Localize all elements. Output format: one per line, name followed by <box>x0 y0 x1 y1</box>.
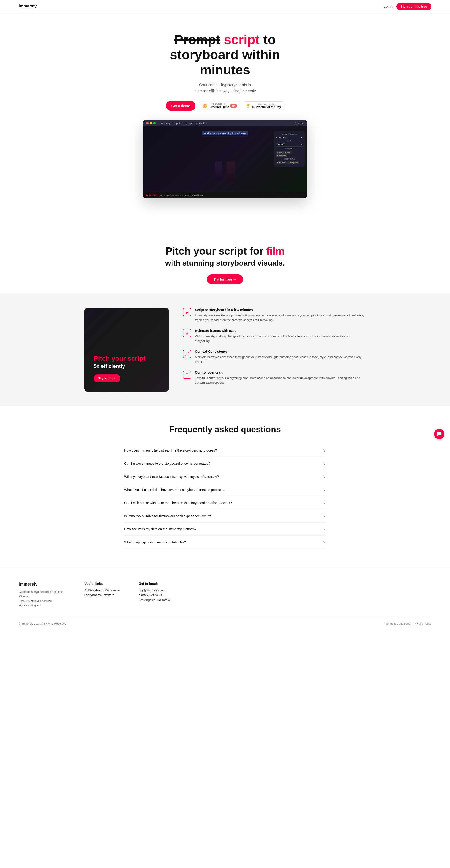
features-inner: Pitch your script 5x efficiently Try for… <box>84 308 366 392</box>
faq-question-6[interactable]: How secure is my data on the Immersfy pl… <box>124 523 326 535</box>
video-container: Immersfy: Script to storyboard in minute… <box>143 120 307 198</box>
video-sidebar: camera angle White angle▼ SIZE cinematic… <box>274 131 305 167</box>
features-card-content: Pitch your script 5x efficiently Try for… <box>94 317 159 382</box>
faq-item-1: Can I make changes to the storyboard onc… <box>124 457 326 470</box>
nav-logo[interactable]: immersfy <box>19 4 36 9</box>
features-card-line2: 5x efficiently <box>94 363 159 369</box>
chat-icon <box>437 431 442 437</box>
feature-icon-1: ⊞ <box>183 329 191 337</box>
ph-icon: 🐱 <box>202 103 207 108</box>
hero-title-highlight: script <box>224 32 260 47</box>
pod-value: #2 Product of the Day <box>252 105 281 109</box>
signup-button[interactable]: Sign up - It's free <box>396 3 431 10</box>
feature-icon-2: 📈 <box>183 350 191 358</box>
hero-buttons: Get a demo 🐱 FEATURED ON Product Hunt 48… <box>124 101 326 111</box>
feature-body-0: Immersfy analyzes the script, breaks it … <box>195 313 366 322</box>
demo-button[interactable]: Get a demo <box>166 101 196 111</box>
video-bottom: ▶ YouTube ect → Mask → write prompt → Up… <box>143 192 307 198</box>
feature-text-2: Context Consistency Maintain narrative c… <box>195 350 366 364</box>
video-title: Immersfy: Script to storyboard in minute… <box>160 122 207 125</box>
footer: immersfy Generate storyboard from Script… <box>0 567 450 632</box>
pitch-heading1: Pitch your script for film <box>5 245 445 257</box>
chat-bubble[interactable] <box>434 429 444 439</box>
faq-chevron-1: ∨ <box>323 461 326 466</box>
faq-question-5[interactable]: Is Immersfy suitable for filmmakers of a… <box>124 509 326 522</box>
footer-copyright: © Immersfy 2024. All Rights Reserved. <box>19 622 67 625</box>
terms-link[interactable]: Terms & Conditions <box>386 622 410 625</box>
feature-icon-3: ☰ <box>183 371 191 379</box>
faq-item-2: Will my storyboard maintain consistency … <box>124 470 326 483</box>
footer-bottom: © Immersfy 2024. All Rights Reserved. Te… <box>19 617 431 625</box>
faq-chevron-4: ∨ <box>323 500 326 505</box>
nav-login[interactable]: Log in <box>384 5 393 8</box>
faq-item-6: How secure is my data on the Immersfy pl… <box>124 523 326 536</box>
feature-icon-0: ▶ <box>183 308 191 316</box>
footer-email: hey@immersfy.com <box>139 588 170 592</box>
footer-link-0[interactable]: AI Storyboard Generator <box>84 588 120 592</box>
hero-title-strike: Prompt <box>174 32 220 47</box>
feature-body-1: With Immersfy, making changes to your st… <box>195 334 366 343</box>
feature-item-3: ☰ Control over craft Take full control o… <box>183 371 366 385</box>
ph-count: 486 <box>230 104 237 107</box>
feature-item-1: ⊞ Reiterate frames with ease With Immers… <box>183 329 366 343</box>
feature-title-3: Control over craft <box>195 371 366 374</box>
pod-label: PRODUCT HUNT <box>252 103 281 105</box>
faq-chevron-7: ∨ <box>323 540 326 544</box>
footer-bottom-links: Terms & Conditions Privacy Policy <box>386 622 431 625</box>
hero-subtitle: Craft compelling storyboards in the most… <box>124 82 326 94</box>
product-hunt-badge[interactable]: 🐱 FEATURED ON Product Hunt 486 <box>199 101 240 110</box>
privacy-link[interactable]: Privacy Policy <box>414 622 431 625</box>
faq-question-7[interactable]: What script types is Immersfy suitable f… <box>124 536 326 549</box>
dot-yellow <box>150 122 152 124</box>
faq-item-7: What script types is Immersfy suitable f… <box>124 536 326 549</box>
try-free-button[interactable]: Try for free <box>207 275 243 284</box>
feature-item-0: ▶ Script to storyboard in a few minutes … <box>183 308 366 322</box>
footer-location: Los Angeles, California <box>139 598 170 602</box>
video-share: ⤴ Share <box>295 122 304 125</box>
video-dots <box>146 122 156 124</box>
youtube-logo: ▶ YouTube <box>146 194 158 196</box>
footer-contact-title: Get in touch <box>139 582 170 586</box>
faq-question-2[interactable]: Will my storyboard maintain consistency … <box>124 470 326 483</box>
feature-title-1: Reiterate frames with ease <box>195 329 366 333</box>
ph-featured-label: FEATURED ON <box>209 103 229 105</box>
feature-text-0: Script to storyboard in a few minutes Im… <box>195 308 366 322</box>
feature-body-2: Maintain narrative coherence throughout … <box>195 355 366 364</box>
product-of-day-badge[interactable]: 🏆 PRODUCT HUNT #2 Product of the Day <box>243 101 284 110</box>
footer-logo: immersfy <box>19 582 37 587</box>
pod-info: PRODUCT HUNT #2 Product of the Day <box>252 103 281 109</box>
video-body[interactable]: Add or remove anything in the frame came… <box>143 126 307 192</box>
faq-item-0: How does Immersfy help streamline the st… <box>124 444 326 457</box>
faq-item-5: Is Immersfy suitable for filmmakers of a… <box>124 509 326 523</box>
faq-item-3: What level of control do I have over the… <box>124 483 326 496</box>
features-card: Pitch your script 5x efficiently Try for… <box>84 308 169 392</box>
footer-inner: immersfy Generate storyboard from Script… <box>19 582 431 608</box>
dot-red <box>146 122 149 124</box>
pitch-section: Pitch your script for film with stunning… <box>0 226 450 293</box>
faq-question-3[interactable]: What level of control do I have over the… <box>124 483 326 496</box>
feature-title-0: Script to storyboard in a few minutes <box>195 308 366 312</box>
hero-title: Prompt script tostoryboard withinminutes <box>124 32 326 77</box>
faq-list: How does Immersfy help streamline the st… <box>124 444 326 549</box>
feature-text-3: Control over craft Take full control of … <box>195 371 366 385</box>
video-caption: ect → Mask → write prompt → Updated fram… <box>160 194 204 196</box>
features-card-cta[interactable]: Try for free <box>94 374 120 382</box>
footer-link-1[interactable]: Storyboard Software <box>84 593 120 597</box>
hero-section: Prompt script tostoryboard withinminutes… <box>120 13 330 226</box>
video-bar: Immersfy: Script to storyboard in minute… <box>143 120 307 126</box>
video-overlay-text: Add or remove anything in the frame <box>202 131 248 135</box>
footer-phone: +1(650)703-0348 <box>139 593 170 596</box>
ph-name: Product Hunt <box>209 105 229 109</box>
faq-chevron-6: ∨ <box>323 527 326 531</box>
faq-question-4[interactable]: Can I collaborate with team members on t… <box>124 496 326 509</box>
ph-info: FEATURED ON Product Hunt <box>209 103 229 109</box>
pod-icon: 🏆 <box>246 104 250 107</box>
faq-question-1[interactable]: Can I make changes to the storyboard onc… <box>124 457 326 470</box>
footer-links-col: Useful links AI Storyboard Generator Sto… <box>84 582 120 608</box>
footer-links-title: Useful links <box>84 582 120 586</box>
faq-chevron-3: ∨ <box>323 487 326 492</box>
faq-section: Frequently asked questions How does Imme… <box>120 406 330 567</box>
faq-chevron-0: ∨ <box>323 448 326 453</box>
feature-text-1: Reiterate frames with ease With Immersfy… <box>195 329 366 343</box>
faq-question-0[interactable]: How does Immersfy help streamline the st… <box>124 444 326 457</box>
